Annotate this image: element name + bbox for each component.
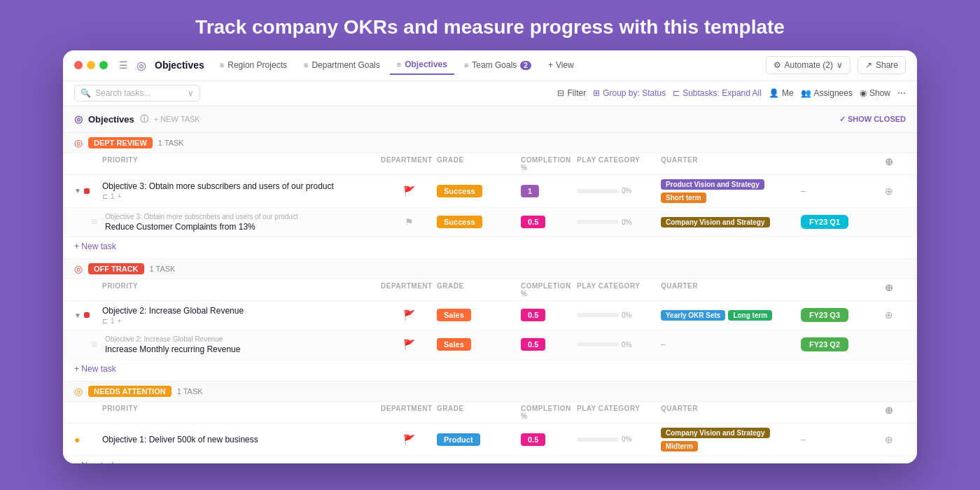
group-by-button[interactable]: ⊞ Group by: Status	[593, 88, 666, 98]
add-subtask-icon[interactable]: +	[118, 317, 122, 325]
col-add[interactable]: ⊕	[885, 156, 906, 172]
maximize-button[interactable]	[99, 61, 108, 69]
task-name[interactable]: Objective 3: Obtain more subscribers and…	[102, 181, 381, 191]
new-task-button-needs-attention[interactable]: + New task	[63, 456, 917, 463]
tab-team-goals[interactable]: ≡ Team Goals 2	[457, 56, 538, 74]
progress-text: 0%	[622, 435, 631, 443]
dot-icon: ●	[74, 434, 80, 445]
department-cell: Sales	[437, 310, 521, 320]
group-task-count-needs-attention: 1 TASK	[177, 387, 203, 396]
more-icon: ⋯	[897, 88, 906, 98]
tab-objectives[interactable]: ≡ Objectives	[390, 55, 454, 75]
tab-label: Objectives	[405, 59, 447, 69]
priority-flag-icon: 🚩	[403, 434, 415, 445]
grade-cell: 0.5	[521, 217, 577, 227]
new-task-button-off-track[interactable]: + New task	[63, 360, 917, 381]
filter-button[interactable]: ⊟ Filter	[557, 88, 586, 98]
close-button[interactable]	[74, 61, 83, 69]
department-badge: Success	[437, 216, 482, 228]
add-view-button[interactable]: + View	[541, 56, 581, 74]
title-bar-right: ⚙ Automate (2) ∨ ↗ Share	[766, 56, 906, 74]
col-headers-dept-review: PRIORITY DEPARTMENT GRADE COMPLETION % P…	[63, 153, 917, 175]
subtasks-button[interactable]: ⊏ Subtasks: Expand All	[673, 88, 762, 98]
search-box[interactable]: 🔍 Search tasks... ∨	[74, 85, 200, 102]
app-window: ☰ ◎ Objectives ≡ Region Projects ≡ Depar…	[63, 50, 917, 463]
col-expand	[74, 156, 102, 172]
group-collapse-icon[interactable]: ◎	[74, 137, 83, 148]
col-department: DEPARTMENT	[381, 405, 437, 420]
department-badge: Success	[437, 185, 482, 197]
progress-bar	[577, 313, 619, 317]
col-priority: PRIORITY	[102, 282, 381, 298]
group-header-dept-review: ◎ DEPT REVIEW 1 TASK	[63, 133, 917, 153]
subtask-count: 1	[111, 317, 115, 325]
add-col-icon[interactable]: ⊕	[885, 434, 893, 445]
new-task-button-dept-review[interactable]: + New task	[63, 237, 917, 258]
group-collapse-icon[interactable]: ◎	[74, 263, 83, 274]
col-completion: COMPLETION %	[521, 156, 577, 172]
play-tag: Product Vision and Strategy	[661, 179, 764, 190]
grade-cell: 0.5	[521, 340, 577, 349]
traffic-lights	[74, 61, 108, 69]
tab-region-projects[interactable]: ≡ Region Projects	[213, 56, 294, 74]
add-col-cell[interactable]: ⊕	[885, 309, 906, 321]
department-cell: Product	[437, 435, 521, 444]
group-task-count-dept-review: 1 TASK	[158, 139, 184, 147]
completion-cell: 0%	[577, 341, 661, 349]
automate-button[interactable]: ⚙ Automate (2) ∨	[766, 56, 850, 74]
show-closed-button[interactable]: ✓ SHOW CLOSED	[839, 115, 906, 124]
share-button[interactable]: ↗ Share	[858, 56, 906, 74]
tab-label: Department Goals	[312, 60, 379, 70]
app-name: Objectives	[155, 59, 204, 71]
progress-bar	[577, 342, 619, 346]
group-dept-review: ◎ DEPT REVIEW 1 TASK PRIORITY DEPARTMENT…	[63, 133, 917, 259]
task-name[interactable]: Reduce Customer Complaints from 13%	[105, 222, 381, 232]
progress-text: 0%	[622, 218, 631, 226]
show-button[interactable]: ◉ Show	[860, 88, 890, 98]
assignees-label: Assignees	[814, 88, 853, 98]
play-tag: Long term	[728, 310, 772, 321]
tab-department-goals[interactable]: ≡ Department Goals	[297, 56, 387, 74]
col-add[interactable]: ⊕	[885, 282, 906, 298]
add-col-icon[interactable]: ⊕	[885, 186, 893, 197]
col-grade: GRADE	[437, 156, 521, 172]
subtask-indicator: ≡	[91, 216, 105, 228]
minimize-button[interactable]	[87, 61, 95, 69]
task-parent-label: Objective 2: Increase Global Revenue	[105, 335, 381, 343]
more-button[interactable]: ⋯	[897, 88, 906, 98]
assignees-button[interactable]: 👥 Assignees	[801, 88, 853, 98]
task-name[interactable]: Increase Monthly recurring Revenue	[105, 344, 381, 354]
play-category-cell: Company Vision and Strategy	[661, 217, 801, 227]
task-name[interactable]: Objective 2: Increase Global Revenue	[102, 306, 381, 316]
share-icon: ↗	[865, 60, 872, 70]
group-label-off-track: OFF TRACK	[88, 263, 144, 274]
collapse-icon[interactable]: ▼	[74, 187, 81, 195]
hamburger-icon[interactable]: ☰	[119, 59, 128, 71]
group-off-track: ◎ OFF TRACK 1 TASK PRIORITY DEPARTMENT G…	[63, 259, 917, 382]
col-add[interactable]: ⊕	[885, 405, 906, 420]
group-icon: ⊞	[593, 88, 600, 98]
collapse-icon[interactable]: ▼	[74, 312, 81, 319]
me-label: Me	[782, 88, 794, 98]
add-subtask-icon[interactable]: +	[118, 192, 122, 200]
tab-icon: ≡	[397, 60, 401, 69]
me-button[interactable]: 👤 Me	[769, 88, 794, 98]
add-col-cell[interactable]: ⊕	[885, 186, 906, 197]
col-quarter: QUARTER	[661, 156, 885, 172]
add-col-icon[interactable]: ⊕	[885, 309, 893, 321]
col-grade: GRADE	[437, 405, 521, 420]
department-badge: Sales	[437, 338, 471, 351]
new-task-button[interactable]: + NEW TASK	[154, 115, 200, 123]
quarter-badge: FY23 Q2	[801, 337, 848, 351]
department-cell: Success	[437, 186, 521, 196]
col-play-category: PLAY CATEGORY	[577, 156, 661, 172]
group-label-dept-review: DEPT REVIEW	[88, 137, 153, 148]
col-play-category: PLAY CATEGORY	[577, 405, 661, 420]
group-collapse-icon[interactable]: ◎	[74, 386, 83, 397]
subtask-count: 1	[111, 192, 115, 200]
team-goals-badge: 2	[520, 61, 531, 70]
group-by-label: Group by: Status	[603, 88, 666, 98]
add-col-cell[interactable]: ⊕	[885, 434, 906, 445]
progress-text: 0%	[622, 341, 631, 349]
task-name[interactable]: Objective 1: Deliver 500k of new busines…	[102, 435, 381, 444]
